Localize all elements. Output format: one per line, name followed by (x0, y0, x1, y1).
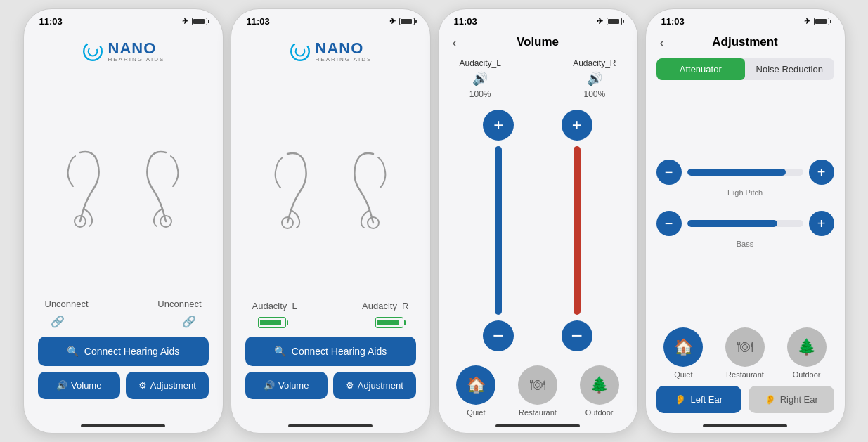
vol-pct-right: 100% (583, 89, 605, 99)
adjustment-label-1: Adjustment (150, 380, 196, 391)
mode-quiet-icon-3: 🏠 (456, 365, 495, 405)
hearing-aids-images-1 (38, 70, 209, 299)
right-ear-icon: 👂 (765, 394, 776, 405)
status-icons-4: ✈ (804, 17, 829, 26)
mode-quiet-3[interactable]: 🏠 Quiet (456, 365, 495, 417)
adjustment-button-2[interactable]: ⚙ Adjustment (333, 372, 416, 399)
nano-brand-2: NANO (316, 40, 373, 57)
svg-point-0 (84, 43, 102, 61)
mode-buttons-3: 🏠 Quiet 🍽 Restaurant 🌲 Outdoor (439, 358, 637, 420)
vol-plus-right[interactable]: + (562, 110, 592, 141)
link-icon-left-1: 🔗 (51, 315, 65, 328)
hearing-aid-right-1 (134, 138, 197, 230)
hearing-aid-left-1 (48, 138, 112, 230)
battery-icon-3 (607, 18, 622, 25)
mode-outdoor-label-3: Outdoor (585, 408, 614, 417)
vol-pct-left: 100% (469, 89, 491, 99)
mode-outdoor-icon-4: 🌲 (787, 327, 827, 367)
hearing-aids-images-2 (245, 70, 416, 301)
adj-track-high-pitch[interactable] (687, 169, 803, 176)
vol-track-right[interactable] (574, 146, 581, 315)
adj-track-bass[interactable] (687, 220, 803, 227)
status-bar-1: 11:03 ✈ (24, 9, 223, 30)
back-button-3[interactable]: ‹ (453, 34, 458, 51)
status-bar-2: 11:03 ✈ (231, 9, 430, 30)
adjustment-icon-1: ⚙ (138, 380, 147, 391)
time-3: 11:03 (454, 16, 477, 27)
battery-green-right-2 (375, 317, 403, 328)
adj-plus-high-pitch[interactable]: + (809, 160, 834, 185)
mode-outdoor-3[interactable]: 🌲 Outdoor (580, 365, 619, 417)
mode-restaurant-3[interactable]: 🍽 Restaurant (518, 365, 557, 417)
volume-button-1[interactable]: 🔊 Volume (38, 372, 121, 399)
connect-label-2: Connect Hearing Aids (292, 346, 387, 357)
connect-button-2[interactable]: 🔍 Connect Hearing Aids (245, 337, 416, 366)
adj-sliders: − + High Pitch − + Bass (646, 84, 845, 324)
left-ear-label: Left Ear (690, 394, 723, 405)
home-indicator-3 (495, 424, 580, 427)
adjustment-button-1[interactable]: ⚙ Adjustment (126, 372, 209, 399)
tab-noise-reduction[interactable]: Noise Reduction (745, 58, 834, 80)
volume-button-2[interactable]: 🔊 Volume (245, 372, 328, 399)
mode-quiet-4[interactable]: 🏠 Quiet (663, 327, 703, 379)
adj-plus-bass[interactable]: + (809, 211, 834, 236)
device-label-right-1: Unconnect (157, 299, 201, 309)
search-icon-2: 🔍 (274, 346, 286, 357)
vol-track-left[interactable] (495, 146, 502, 315)
nano-logo-text-2: NANO HEARING AIDS (316, 40, 373, 63)
search-icon-1: 🔍 (67, 346, 79, 357)
adjustment-title: Adjustment (712, 35, 778, 49)
status-icons-3: ✈ (597, 17, 622, 26)
nano-logo-2: NANO HEARING AIDS (289, 40, 373, 63)
connect-label-1: Connect Hearing Aids (84, 346, 179, 357)
vol-plus-left[interactable]: + (483, 110, 514, 141)
device-label-right-2: Audacity_R (362, 301, 408, 311)
btn-row-1: 🔊 Volume ⚙ Adjustment (38, 372, 209, 399)
vol-speaker-icon-left: 🔊 (472, 71, 488, 86)
vol-minus-left[interactable]: − (483, 320, 514, 351)
adj-label-high-pitch: High Pitch (656, 188, 834, 197)
status-bar-4: 11:03 ✈ (646, 9, 845, 30)
battery-icon-2 (399, 18, 415, 25)
back-button-4[interactable]: ‹ (660, 34, 665, 51)
battery-icon-1 (192, 18, 207, 25)
connect-button-1[interactable]: 🔍 Connect Hearing Aids (38, 337, 209, 366)
tab-attenuator[interactable]: Attenuator (656, 58, 746, 80)
left-ear-icon: 👂 (675, 394, 686, 405)
volume-header: ‹ Volume (439, 30, 637, 55)
vol-minus-right[interactable]: − (562, 320, 592, 351)
device-status-1: 🔗 🔗 (38, 315, 209, 328)
adj-minus-bass[interactable]: − (656, 211, 682, 236)
svg-point-5 (295, 47, 304, 56)
screen1-phone: 11:03 ✈ NANO HEARING AIDS (23, 8, 224, 434)
airplane-icon-4: ✈ (804, 17, 810, 26)
mode-outdoor-icon-3: 🌲 (580, 365, 619, 405)
mode-restaurant-4[interactable]: 🍽 Restaurant (725, 327, 765, 379)
device-labels-1: Unconnect Unconnect (38, 299, 209, 309)
volume-title: Volume (517, 35, 559, 49)
btn-row-2: 🔊 Volume ⚙ Adjustment (245, 372, 416, 399)
screen3-phone: 11:03 ✈ ‹ Volume Audacity_L 🔊 100% Audac… (438, 8, 638, 434)
adj-fill-bass (687, 220, 778, 227)
mode-restaurant-label-3: Restaurant (519, 408, 557, 417)
hearing-aid-left-2 (256, 140, 319, 231)
mode-outdoor-4[interactable]: 🌲 Outdoor (787, 327, 827, 379)
adj-slider-high-pitch-controls: − + (656, 160, 834, 185)
adj-minus-high-pitch[interactable]: − (656, 160, 682, 185)
left-ear-button[interactable]: 👂 Left Ear (656, 386, 742, 413)
nano-sub-2: HEARING AIDS (316, 57, 373, 63)
nano-sub-1: HEARING AIDS (108, 57, 165, 63)
vol-device-left: Audacity_L 🔊 100% (460, 58, 501, 99)
status-icons-2: ✈ (389, 17, 415, 26)
right-ear-label: Right Ear (780, 394, 818, 405)
nano-logo-text-1: NANO HEARING AIDS (108, 40, 165, 63)
bottom-buttons-2: 🔍 Connect Hearing Aids 🔊 Volume ⚙ Adjust… (245, 337, 416, 406)
vol-device-label-left: Audacity_L (460, 58, 501, 68)
status-bar-3: 11:03 ✈ (439, 9, 637, 30)
volume-label-2: Volume (278, 380, 309, 391)
adjustment-icon-2: ⚙ (346, 380, 354, 391)
right-ear-button[interactable]: 👂 Right Ear (749, 386, 834, 413)
battery-icon-4 (814, 18, 829, 25)
vol-speaker-icon-right: 🔊 (587, 71, 602, 86)
hearing-aid-right-2 (342, 140, 405, 231)
